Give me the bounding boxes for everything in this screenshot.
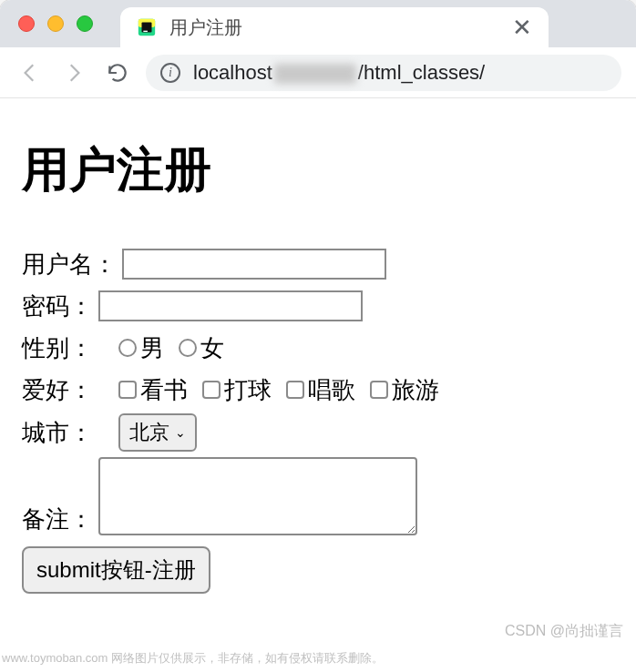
arrow-right-icon bbox=[62, 61, 86, 85]
address-bar[interactable]: i localhost/html_classes/ bbox=[146, 55, 621, 91]
tab-close-icon[interactable]: ✕ bbox=[512, 15, 532, 39]
submit-button[interactable]: submit按钮-注册 bbox=[22, 546, 210, 594]
browser-toolbar: i localhost/html_classes/ bbox=[0, 47, 636, 98]
svg-rect-3 bbox=[143, 31, 148, 32]
city-select[interactable]: 北京 ⌄ bbox=[118, 413, 197, 452]
window-minimize-button[interactable] bbox=[47, 15, 64, 32]
password-label: 密码： bbox=[22, 290, 93, 322]
gender-radio-male[interactable]: 男 bbox=[118, 332, 164, 364]
reload-button[interactable] bbox=[102, 57, 133, 88]
window-zoom-button[interactable] bbox=[77, 15, 93, 32]
tab-title: 用户注册 bbox=[169, 15, 499, 40]
window-titlebar: 用户注册 ✕ bbox=[0, 0, 636, 47]
remark-textarea[interactable] bbox=[98, 457, 417, 535]
reload-icon bbox=[106, 61, 129, 85]
page-content: 用户注册 用户名： 密码： 性别： 男 女 爱好： bbox=[0, 98, 636, 672]
chevron-down-icon: ⌄ bbox=[175, 425, 186, 440]
radio-icon bbox=[179, 339, 197, 357]
username-input[interactable] bbox=[122, 249, 386, 280]
radio-icon bbox=[118, 339, 137, 357]
checkbox-icon bbox=[118, 381, 137, 399]
back-button[interactable] bbox=[15, 57, 46, 88]
url-blurred-segment bbox=[274, 64, 356, 84]
gender-radio-group: 男 女 bbox=[118, 332, 224, 364]
browser-window: 用户注册 ✕ i localhost/html_classes/ 用户注册 用户… bbox=[0, 0, 636, 672]
arrow-left-icon bbox=[18, 61, 42, 85]
city-label: 城市： bbox=[22, 417, 93, 449]
gender-label: 性别： bbox=[22, 332, 93, 364]
forward-button[interactable] bbox=[58, 57, 89, 88]
username-label: 用户名： bbox=[22, 249, 117, 280]
site-info-icon[interactable]: i bbox=[160, 63, 180, 83]
gender-radio-female[interactable]: 女 bbox=[179, 332, 224, 364]
hobby-checkbox-travel[interactable]: 旅游 bbox=[370, 374, 439, 406]
hobby-checkbox-singing[interactable]: 唱歌 bbox=[286, 374, 355, 406]
pycharm-favicon-icon bbox=[137, 17, 157, 37]
hobby-checkbox-group: 看书 打球 唱歌 旅游 bbox=[118, 374, 439, 406]
checkbox-icon bbox=[202, 381, 221, 399]
hobby-checkbox-reading[interactable]: 看书 bbox=[118, 374, 188, 406]
hobby-label: 爱好： bbox=[22, 374, 93, 406]
remark-label: 备注： bbox=[22, 504, 93, 535]
password-input[interactable] bbox=[98, 290, 363, 321]
traffic-lights bbox=[18, 15, 93, 32]
url-text: localhost/html_classes/ bbox=[193, 61, 485, 85]
checkbox-icon bbox=[370, 381, 388, 399]
checkbox-icon bbox=[286, 381, 304, 399]
watermark-csdn: CSDN @尚拙谨言 bbox=[505, 622, 623, 641]
page-title: 用户注册 bbox=[22, 138, 614, 202]
watermark-toymoban: www.toymoban.com 网络图片仅供展示，非存储，如有侵权请联系删除。 bbox=[2, 650, 384, 667]
window-close-button[interactable] bbox=[18, 15, 35, 32]
hobby-checkbox-ball[interactable]: 打球 bbox=[202, 374, 272, 406]
browser-tab[interactable]: 用户注册 ✕ bbox=[120, 7, 549, 47]
